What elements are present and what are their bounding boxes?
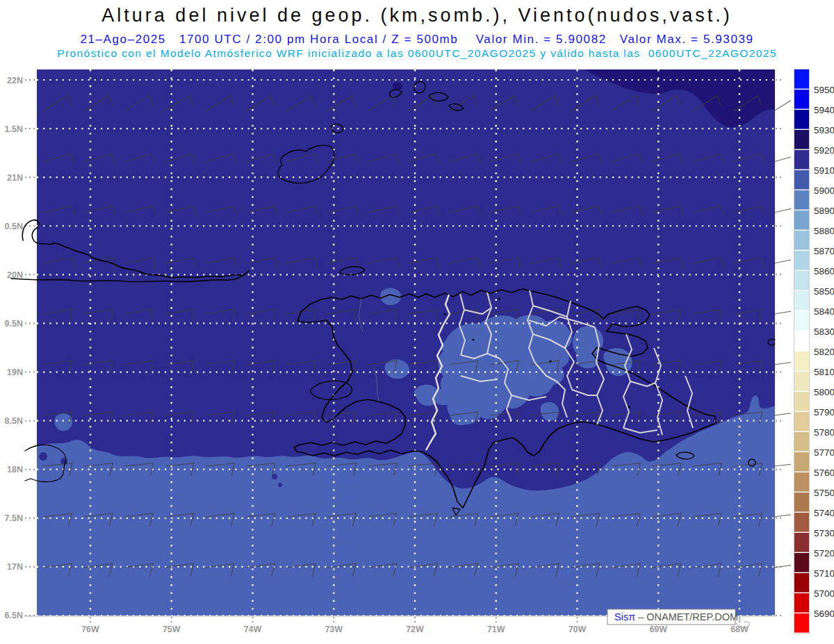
lon-label: 74W [244, 625, 262, 634]
lon-label: 71W [487, 625, 505, 634]
colorbar-segment [794, 613, 809, 633]
colorbar-label: 5910 [814, 165, 834, 176]
colorbar-segment [794, 311, 809, 331]
colorbar-segment [794, 472, 809, 492]
lat-label: 9.5N [5, 319, 23, 329]
colorbar-segment [794, 90, 809, 109]
colorbar-label: 5730 [814, 528, 834, 538]
colorbar-label: 5830 [814, 327, 834, 337]
colorbar-segment [794, 513, 809, 532]
colorbar-label: 5820 [814, 347, 834, 357]
colorbar-label: 5710 [814, 568, 834, 579]
colorbar-label: 5940 [814, 105, 834, 115]
colorbar-label: 5900 [814, 185, 834, 196]
watermark-org: – ONAMET/REP.DOM. [635, 611, 741, 622]
colorbar-segment [794, 251, 809, 270]
colorbar-segment [794, 69, 809, 89]
map-speck [498, 298, 500, 300]
colorbar-segment [794, 291, 809, 311]
colorbar-label: 5750 [814, 488, 834, 498]
colorbar-label: 5720 [814, 548, 834, 559]
colorbar-segment [794, 432, 809, 452]
colorbar-segment [794, 190, 809, 210]
colorbar-segment [794, 412, 809, 431]
colorbar-segment [794, 170, 809, 190]
colorbar-label: 5760 [814, 468, 834, 478]
map-speck [444, 313, 446, 315]
colorbar-label: 5780 [814, 427, 834, 438]
colorbar-segment [794, 533, 809, 552]
lat-label: 6.5N [5, 611, 23, 620]
colorbar-segment [794, 231, 809, 250]
colorbar-segment [794, 130, 809, 149]
colorbar-segment [794, 593, 809, 613]
colorbar-label: 5880 [814, 226, 834, 236]
colorbar-label: 5770 [814, 447, 834, 458]
colorbar-label: 5850 [814, 286, 834, 297]
watermark: Sisπ – ONAMET/REP.DOM. [607, 609, 749, 628]
shade-islet [39, 452, 47, 461]
colorbar-segment [794, 210, 809, 230]
colorbar-label: 5800 [814, 387, 834, 397]
colorbar-segment [794, 110, 809, 129]
colorbar-label: 5740 [814, 508, 834, 518]
weather-map-page: Altura del nivel de geop. (km,somb.), Vi… [0, 0, 834, 644]
colorbar-segment [794, 573, 809, 593]
colorbar-segment [794, 352, 809, 371]
lon-label: 69W [649, 625, 667, 634]
colorbar-label: 5950 [814, 85, 834, 95]
colorbar-label: 5810 [814, 367, 834, 377]
colorbar-segment [794, 392, 809, 411]
watermark-brand: Sisπ [614, 611, 635, 622]
lon-label: 72W [406, 625, 424, 634]
shade-spot [393, 82, 402, 90]
colorbar-label: 5890 [814, 206, 834, 216]
lat-label: 17N [7, 562, 23, 572]
colorbar-label: 5920 [814, 145, 834, 156]
lon-label: 76W [81, 625, 99, 634]
colorbar-segment [794, 452, 809, 472]
map-canvas: 76W75W74W73W72W71W70W69W68W22N1.5N21N0.5… [0, 0, 834, 644]
shade-islet [278, 483, 282, 487]
lat-label: 22N [7, 76, 23, 85]
colorbar-label: 5700 [814, 588, 834, 599]
lat-label: 18N [7, 465, 23, 474]
lat-label: 21N [7, 173, 23, 183]
colorbar-segment [794, 271, 809, 290]
geopotential-shading [37, 69, 775, 616]
lat-label: 0.5N [5, 222, 23, 231]
lat-label: 19N [7, 368, 23, 377]
watermark-text: Sisπ – ONAMET/REP.DOM. [614, 611, 741, 622]
colorbar-segment [794, 372, 809, 391]
map-speck [473, 339, 475, 341]
colorbar-segment [794, 553, 809, 572]
shade-islet [651, 435, 656, 440]
lat-label: 8.5N [5, 416, 23, 426]
colorbar-label: 5860 [814, 266, 834, 276]
colorbar-segment [794, 331, 809, 351]
colorbar-label: 5840 [814, 306, 834, 317]
colorbar-label: 5930 [814, 125, 834, 135]
colorbar-label: 5870 [814, 246, 834, 256]
lat-label: 7.5N [5, 513, 23, 523]
colorbar-label: 5790 [814, 407, 834, 418]
colorbar-segment [794, 493, 809, 512]
lon-label: 70W [569, 625, 587, 634]
lon-label: 73W [325, 625, 343, 634]
map-speck [628, 406, 630, 408]
map-speck [550, 361, 552, 363]
lon-label: 75W [163, 625, 181, 634]
lat-label: 1.5N [5, 124, 23, 134]
colorbar-segment [794, 150, 809, 170]
colorbar-label: 5690 [814, 609, 834, 619]
colorbar: 5950594059305920591059005890588058705860… [794, 69, 834, 634]
